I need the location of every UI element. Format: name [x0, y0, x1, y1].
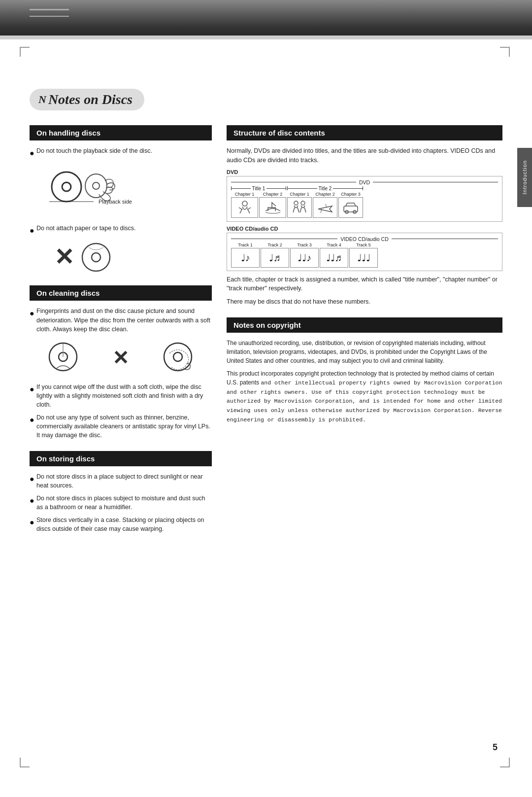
playback-side-label: Playback side	[99, 199, 132, 205]
title2-chapters-labels: Chapter 1 Chapter 2 Chapter 3	[287, 192, 363, 197]
title2-line1	[288, 188, 317, 189]
chapter-cell-2	[259, 197, 286, 218]
disc-structure-header: Structure of disc contents	[227, 125, 502, 140]
t2-ch1-label: Chapter 1	[287, 192, 312, 197]
svg-point-5	[82, 243, 110, 271]
svg-point-10	[173, 352, 182, 361]
cleaning-discs-section: On cleaning discs ● Fingerprints and dus…	[30, 285, 212, 440]
chapter4-image	[316, 199, 334, 216]
title1-group: Title 1 Chapter 1 Chapter 2	[231, 186, 286, 218]
vcd-bracket-c1	[235, 239, 337, 239]
left-column: On handling discs ● Do not touch the pla…	[30, 125, 212, 544]
track-cell-1: ♩♪	[231, 248, 260, 268]
ch2-label: Chapter 2	[259, 192, 286, 197]
vcd-bracket-c2	[392, 239, 494, 239]
vcd-bracket-r	[494, 239, 498, 239]
track-labels-row: Track 1 Track 2 Track 3 Track 4 Track 5	[231, 243, 498, 247]
svg-point-2	[85, 174, 107, 198]
chapter-cell-5	[338, 197, 363, 218]
wrong-method-x-icon: ✕	[112, 348, 129, 368]
chapter5-image	[341, 199, 360, 216]
title2-tick-r	[363, 186, 363, 190]
title1-line	[232, 188, 251, 189]
corner-mark-br	[500, 758, 510, 767]
title2-line2	[333, 188, 363, 189]
chapter1-image	[235, 199, 255, 216]
bracket-line-center	[235, 182, 356, 182]
title2-bracket: Title 2	[287, 186, 363, 191]
title-n-icon: N	[38, 93, 46, 106]
disc-structure-section: Structure of disc contents Normally, DVD…	[227, 125, 502, 307]
bullet-dot-3: ●	[30, 308, 36, 319]
handling-discs-section: On handling discs ● Do not touch the pla…	[30, 125, 212, 275]
track-cell-5: ♩♩♩	[349, 248, 378, 268]
page-title-bubble: N Notes on Discs	[30, 89, 144, 110]
cleaning-illustration: ✕	[30, 340, 212, 377]
svg-point-13	[301, 201, 305, 205]
title2-chapter-cells	[287, 197, 363, 218]
track2-label: Track 2	[261, 243, 289, 247]
bullet-dot-1: ●	[30, 147, 36, 159]
cleaning-bullet-3-text: Do not use any type of solvent such as t…	[36, 413, 212, 440]
page-title-wrapper: N Notes on Discs	[30, 89, 502, 110]
copyright-para2-mono: and other intellectual property rights o…	[227, 380, 502, 423]
no-tape-illustration: ✕	[30, 240, 212, 275]
storing-bullet-1: ● Do not store discs in a place subject …	[30, 472, 212, 490]
right-column: Structure of disc contents Normally, DVD…	[227, 125, 502, 544]
cleaning-bullet-3: ● Do not use any type of solvent such as…	[30, 413, 212, 440]
ch1-label: Chapter 1	[231, 192, 258, 197]
chapter-cell-3	[287, 197, 312, 218]
copyright-header: Notes on copyright	[227, 317, 502, 333]
wrong-cleaning-icon	[160, 339, 197, 377]
svg-point-11	[242, 201, 247, 206]
title1-chapters-labels: Chapter 1 Chapter 2	[231, 192, 286, 197]
corner-mark-bl	[20, 758, 30, 767]
storing-bullet-1-text: Do not store discs in a place subject to…	[36, 472, 212, 490]
disc-with-tape-icon	[79, 240, 113, 275]
dvd-bracket-row: DVD	[231, 179, 498, 185]
track3-label: Track 3	[290, 243, 319, 247]
copyright-para1: The unauthorized recording, use, distrib…	[227, 339, 502, 365]
dvd-structure-diagram: DVD Title 1	[227, 176, 502, 222]
chapter3-image	[290, 199, 309, 216]
disc-structure-caption2: There may be discs that do not have thes…	[227, 297, 502, 307]
chapter-cell-1	[231, 197, 258, 218]
chapter2-image	[263, 199, 283, 216]
correct-cleaning-icon	[45, 339, 82, 377]
track-cell-3: ♩♩♪	[290, 248, 319, 268]
page-number: 5	[493, 742, 498, 753]
videocd-bracket-label: VIDEO CD/audio CD	[337, 236, 391, 242]
title1-bracket: Title 1	[231, 186, 286, 191]
two-column-layout: On handling discs ● Do not touch the pla…	[30, 125, 502, 544]
dvd-title-row: Title 1 Chapter 1 Chapter 2	[231, 186, 498, 218]
bullet-dot-8: ●	[30, 517, 36, 528]
side-tab-introduction: Introduction	[517, 148, 532, 207]
storing-discs-header: On storing discs	[30, 451, 212, 466]
bullet-dot-4: ●	[30, 383, 36, 395]
handling-discs-header: On handling discs	[30, 125, 212, 140]
t2-ch3-label: Chapter 3	[338, 192, 363, 197]
videocd-structure-diagram: VIDEO CD/audio CD Track 1 Track 2 Track …	[227, 233, 502, 271]
title1-tick-r	[286, 186, 286, 190]
svg-point-1	[62, 182, 71, 191]
title1-label: Title 1	[251, 186, 267, 191]
header-lines-decoration	[30, 9, 69, 17]
dvd-label: DVD	[227, 169, 502, 175]
title1-line2	[266, 188, 286, 189]
handling-bullet-2-text: Do not attach paper or tape to discs.	[36, 224, 136, 233]
storing-bullet-3: ● Store discs vertically in a case. Stac…	[30, 516, 212, 533]
dvd-bracket-label: DVD	[356, 179, 373, 185]
storing-bullet-3-text: Store discs vertically in a case. Stacki…	[36, 516, 212, 533]
t2-ch2-label: Chapter 2	[313, 192, 337, 197]
cleaning-bullet-2: ● If you cannot wipe off the dust with a…	[30, 382, 212, 409]
chapter-cell-4	[313, 197, 337, 218]
videocd-label: VIDEO CD/audio CD	[227, 226, 502, 232]
copyright-para2-normal: This product incorporates copyright prot…	[227, 369, 502, 424]
clean-wrong-svg	[160, 339, 197, 376]
cleaning-bullet-2-text: If you cannot wipe off the dust with a s…	[36, 382, 212, 409]
storing-bullet-2: ● Do not store discs in places subject t…	[30, 494, 212, 512]
disc-structure-intro: Normally, DVDs are divided into titles, …	[227, 146, 502, 165]
track1-label: Track 1	[231, 243, 260, 247]
storing-bullet-2-text: Do not store discs in places subject to …	[36, 494, 212, 512]
track-cell-2: ♩♬	[261, 248, 289, 268]
